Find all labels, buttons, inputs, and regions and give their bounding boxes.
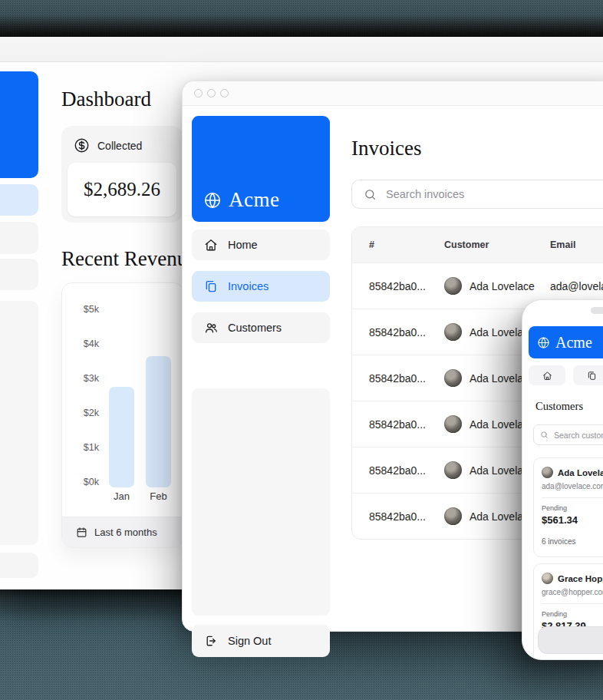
column-header-customer: Customer [444, 239, 550, 250]
divider [542, 497, 603, 498]
invoice-id: 85842ba0... [352, 464, 444, 477]
phone-page-title: Customers [535, 400, 583, 413]
sidebar-item-customers[interactable]: Customers [192, 312, 330, 343]
edge-sidebar-item[interactable] [0, 222, 38, 254]
phone-drag-handle[interactable] [591, 307, 603, 314]
phone-search-input[interactable] [552, 430, 603, 441]
customer-avatar [444, 415, 462, 433]
edge-sidebar-panel [0, 301, 38, 545]
search-icon [540, 431, 549, 439]
pending-amount: $561.34 [542, 514, 603, 526]
traffic-light-minimize[interactable] [207, 89, 216, 97]
customer-avatar [542, 467, 553, 478]
invoice-count: 6 invoices [542, 537, 603, 546]
edge-sidebar-item[interactable] [0, 259, 38, 290]
customer-name: Grace Hopper [558, 574, 603, 583]
home-icon [204, 238, 218, 252]
calendar-icon [76, 527, 87, 538]
globe-icon [537, 336, 550, 349]
customer-name: Ada Lovelace [558, 468, 603, 477]
y-tick: $4k [73, 338, 99, 349]
customer-avatar [444, 369, 462, 387]
invoices-icon [204, 279, 218, 293]
customer-avatar [444, 461, 462, 479]
dollar-circle-icon [74, 137, 90, 154]
customer-search[interactable] [533, 424, 603, 445]
invoices-icon [587, 371, 597, 381]
status-label: Pending [542, 610, 603, 618]
customers-icon [204, 321, 218, 335]
phone-window: Acme Customers Ada Lovelace ada@lovelace… [522, 299, 603, 660]
collected-amount: $2,689.26 [84, 179, 160, 200]
traffic-light-close[interactable] [194, 89, 203, 97]
sidebar-item-home[interactable]: Home [192, 229, 330, 260]
y-tick: $1k [73, 442, 99, 453]
y-tick: $0k [73, 477, 99, 487]
search-icon [364, 188, 377, 201]
column-header-id: # [352, 239, 444, 250]
customer-email: grace@hopper.com [542, 588, 603, 596]
y-tick: $2k [73, 408, 99, 418]
sign-out-button[interactable]: Sign Out [192, 625, 330, 657]
customer-avatar [542, 573, 553, 584]
x-tick: Feb [143, 490, 174, 502]
y-tick: $3k [73, 373, 99, 384]
phone-home-tab[interactable] [529, 365, 565, 385]
top-texture-strip [0, 0, 603, 37]
phone-invoices-tab[interactable] [573, 365, 603, 385]
invoice-id: 85842ba0... [352, 280, 444, 292]
traffic-light-zoom[interactable] [220, 89, 229, 97]
invoice-id: 85842ba0... [352, 372, 444, 385]
chart-period-label: Last 6 months [94, 527, 157, 538]
revenue-chart-card: $5k$4k$3k$2k$1k$0kJanFeb Last 6 months [61, 282, 184, 548]
bar-jan [109, 387, 134, 487]
invoice-id: 85842ba0... [352, 326, 444, 338]
stage: Dashboard Collected $2,689.26 Recent Rev… [0, 0, 603, 700]
status-label: Pending [542, 504, 603, 512]
sidebar-item-invoices[interactable]: Invoices [192, 271, 330, 302]
x-tick: Jan [107, 490, 137, 502]
edge-sidebar-active-item[interactable] [0, 184, 38, 216]
chart-footer[interactable]: Last 6 months [62, 517, 183, 547]
recent-revenue-title: Recent Revenue [61, 247, 196, 271]
sidebar-nav: Home Invoices Customers [192, 229, 330, 354]
sidebar-filler-panel [192, 388, 330, 616]
collected-card: Collected $2,689.26 [61, 126, 183, 223]
invoice-id: 85842ba0... [352, 510, 444, 523]
customer-card[interactable]: Ada Lovelace ada@lovelace.com Pending $5… [533, 457, 603, 557]
globe-icon [203, 191, 222, 210]
collected-label: Collected [97, 140, 142, 152]
sign-out-label: Sign Out [228, 635, 271, 647]
customer-email: ada@lovelace.com [550, 280, 603, 292]
home-icon [542, 371, 552, 381]
phone-brand-name: Acme [555, 334, 592, 352]
phone-bottom-bar[interactable] [538, 626, 603, 654]
brand-panel: Acme [192, 116, 330, 222]
customer-avatar [444, 277, 462, 295]
customer-name: Ada Lovelace [470, 280, 535, 292]
column-header-email: Email [550, 239, 603, 250]
customer-email: ada@lovelace.com [542, 482, 603, 490]
customer-avatar [444, 507, 462, 525]
y-tick: $5k [73, 304, 99, 315]
invoice-search[interactable] [351, 180, 603, 209]
collected-amount-card: $2,689.26 [68, 163, 176, 216]
page-title: Invoices [351, 137, 421, 160]
edge-sidebar-brand-panel [0, 71, 38, 178]
divider [542, 603, 603, 604]
dashboard-toolbar [0, 37, 603, 62]
bar-feb [146, 356, 171, 487]
signout-icon [204, 634, 218, 648]
phone-brand-banner: Acme [529, 326, 603, 358]
dashboard-page-title: Dashboard [61, 88, 151, 111]
table-header: # Customer Email [352, 227, 603, 262]
customer-avatar [444, 323, 462, 341]
brand-name: Acme [229, 188, 279, 212]
search-input[interactable] [384, 187, 603, 201]
window-titlebar [183, 81, 603, 106]
edge-sidebar-signout[interactable] [0, 553, 38, 578]
invoice-id: 85842ba0... [352, 418, 444, 431]
